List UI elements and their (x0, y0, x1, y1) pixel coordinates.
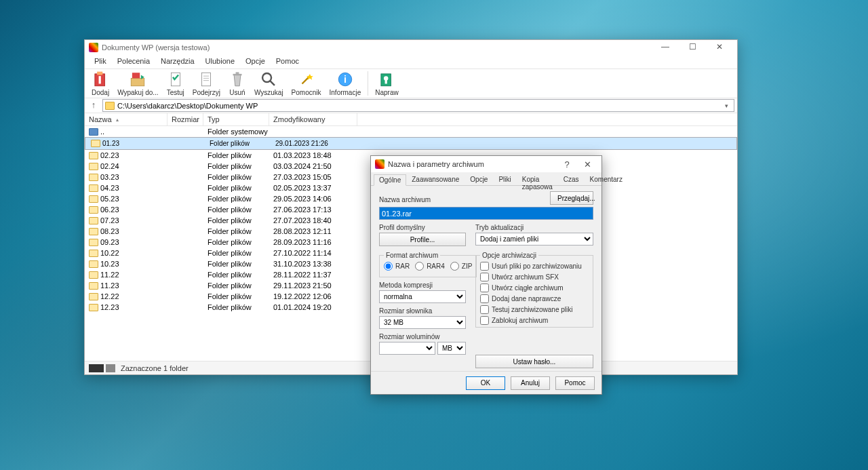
cell-name: 03.23 (100, 173, 167, 181)
svg-text:i: i (344, 74, 347, 85)
help-button[interactable]: Pomoc (555, 376, 595, 390)
format-zip[interactable]: ZIP (450, 262, 473, 271)
cell-type: Folder plików (203, 151, 269, 159)
add-button[interactable]: Dodaj (87, 69, 113, 98)
cell-name: 06.23 (100, 205, 167, 214)
table-row[interactable]: 01.23Folder plików29.01.2023 21:26 (85, 137, 737, 150)
close-button[interactable]: ✕ (706, 41, 733, 54)
path-combobox[interactable]: C:\Users\dakarcz\Desktop\Dokumenty WP ▾ (102, 99, 734, 112)
opt-test[interactable]: Testuj zarchiwizowane pliki (480, 305, 589, 314)
archive-name-input[interactable] (379, 207, 593, 220)
tab-czas[interactable]: Czas (558, 174, 585, 185)
browse-button[interactable]: Przeglądaj... (550, 191, 593, 205)
format-legend: Format archiwum (384, 252, 440, 259)
cell-name: 04.23 (100, 184, 167, 192)
cell-type: Folder plików (203, 271, 269, 279)
cell-name: 12.22 (100, 292, 167, 300)
tab-kopia[interactable]: Kopia zapasowa (517, 174, 558, 185)
menu-opcje[interactable]: Opcje (240, 55, 271, 68)
test-button[interactable]: Testuj (163, 69, 189, 98)
svg-rect-6 (202, 73, 211, 86)
tab-pliki[interactable]: Pliki (493, 174, 516, 185)
close-button[interactable]: ✕ (577, 159, 597, 170)
tab-opcje[interactable]: Opcje (465, 174, 493, 185)
help-icon-button[interactable]: ? (557, 159, 577, 170)
menu-polecenia[interactable]: Polecenia (112, 55, 155, 68)
folder-icon (89, 239, 98, 246)
svg-rect-3 (132, 78, 145, 85)
profiles-button[interactable]: Profile... (379, 233, 466, 246)
cell-modified: 02.05.2023 13:37 (269, 184, 357, 192)
cancel-button[interactable]: Anuluj (511, 376, 550, 390)
table-row[interactable]: ..Folder systemowy (85, 126, 737, 137)
svg-rect-10 (233, 74, 241, 75)
app-icon (375, 159, 384, 169)
minimize-button[interactable]: — (652, 41, 679, 54)
format-rar4[interactable]: RAR4 (415, 262, 445, 271)
menu-narzedzia[interactable]: Narzędzia (155, 55, 200, 68)
col-modified[interactable]: Zmodyfikowany (269, 113, 357, 125)
tab-zaawansowane[interactable]: Zaawansowane (406, 174, 465, 185)
delete-button[interactable]: Usuń (224, 69, 250, 98)
cell-modified: 29.01.2023 21:26 (271, 140, 359, 147)
col-name[interactable]: Nazwa▴ (85, 113, 167, 125)
cell-type: Folder plików (203, 281, 269, 290)
dialog-tabs: Ogólne Zaawansowane Opcje Pliki Kopia za… (371, 172, 601, 186)
info-button[interactable]: iInformacje (326, 69, 366, 98)
titlebar[interactable]: Dokumenty WP (wersja testowa) — ☐ ✕ (85, 40, 737, 55)
cell-modified: 28.11.2022 11:37 (269, 271, 357, 279)
cell-name: 07.23 (100, 216, 167, 224)
cell-name: 10.22 (100, 249, 167, 257)
up-button[interactable]: ↑ (87, 100, 100, 112)
col-size[interactable]: Rozmiar (167, 113, 203, 125)
opt-delete[interactable]: Usuń pliki po zarchiwizowaniu (480, 262, 589, 271)
compress-select[interactable]: normalna (379, 290, 466, 303)
find-icon (260, 71, 277, 88)
vol-unit-select[interactable]: MB (437, 342, 466, 355)
menubar: Plik Polecenia Narzędzia Ulubione Opcje … (85, 55, 737, 68)
format-group: Format archiwum RAR RAR4 ZIP (379, 252, 477, 277)
menu-ulubione[interactable]: Ulubione (200, 55, 240, 68)
toolbar: Dodaj Wypakuj do... Testuj Podejrzyj Usu… (85, 68, 737, 98)
dict-select[interactable]: 32 MB (379, 316, 466, 329)
repair-button[interactable]: Napraw (371, 69, 402, 98)
vol-size-input[interactable] (379, 342, 435, 355)
cell-type: Folder plików (203, 292, 269, 300)
col-type[interactable]: Typ (203, 113, 269, 125)
cell-type: Folder plików (203, 205, 269, 214)
cell-modified: 27.10.2022 11:14 (269, 249, 357, 257)
cell-name: 12.23 (100, 303, 167, 311)
vol-label: Rozmiar woluminów (379, 333, 466, 340)
find-button[interactable]: Wyszukaj (250, 69, 288, 98)
maximize-button[interactable]: ☐ (679, 41, 706, 54)
extract-button[interactable]: Wypakuj do... (113, 69, 163, 98)
folder-icon (89, 293, 98, 300)
repair-icon (378, 71, 395, 88)
view-button[interactable]: Podejrzyj (189, 69, 224, 98)
update-mode-select[interactable]: Dodaj i zamień pliki (475, 233, 593, 246)
delete-icon (229, 71, 246, 88)
folder-icon (89, 271, 98, 279)
wizard-button[interactable]: Pomocnik (288, 69, 326, 98)
dialog-titlebar[interactable]: Nazwa i parametry archiwum ? ✕ (371, 156, 601, 172)
set-password-button[interactable]: Ustaw hasło... (475, 355, 593, 368)
cell-modified: 01.03.2023 18:48 (269, 151, 357, 159)
cell-type: Folder plików (203, 195, 269, 203)
tab-ogolne[interactable]: Ogólne (374, 174, 406, 186)
menu-pomoc[interactable]: Pomoc (271, 55, 304, 68)
opt-lock[interactable]: Zablokuj archiwum (480, 316, 589, 325)
cell-type: Folder plików (203, 303, 269, 311)
cell-name: 02.24 (100, 162, 167, 170)
dialog-title: Nazwa i parametry archiwum (388, 160, 484, 168)
profile-label: Profil domyślny (379, 224, 466, 231)
cell-modified: 27.03.2023 15:05 (269, 173, 357, 181)
opt-sfx[interactable]: Utwórz archiwum SFX (480, 273, 589, 281)
opt-recovery[interactable]: Dodaj dane naprawcze (480, 294, 589, 303)
menu-plik[interactable]: Plik (89, 55, 112, 68)
tab-komentarz[interactable]: Komentarz (585, 174, 628, 185)
ok-button[interactable]: OK (466, 376, 505, 390)
opt-solid[interactable]: Utwórz ciągłe archiwum (480, 283, 589, 292)
format-rar[interactable]: RAR (384, 262, 410, 271)
options-group: Opcje archiwizacji Usuń pliki po zarchiw… (475, 252, 593, 328)
cell-name: 01.23 (102, 140, 170, 147)
